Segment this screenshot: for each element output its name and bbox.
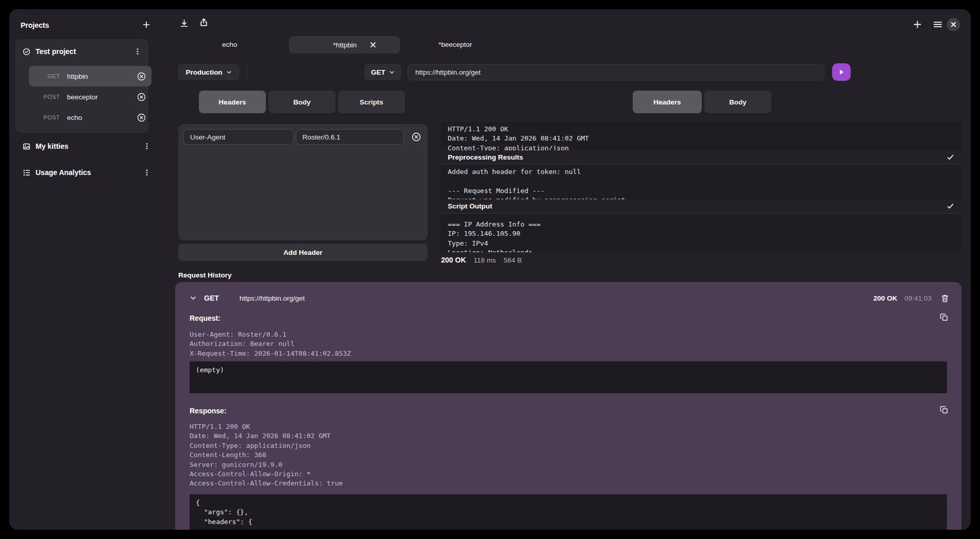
add-header-button[interactable]: Add Header (178, 244, 428, 261)
response-headers-text: HTTP/1.1 200 OK Date: Wed, 14 Jan 2026 0… (448, 125, 954, 150)
play-icon (838, 68, 845, 76)
header-key-input[interactable] (183, 129, 294, 145)
tab-httpbin[interactable]: *httpbin (289, 36, 400, 54)
chevron-down-icon[interactable] (190, 294, 197, 302)
image-icon (23, 143, 30, 150)
history-time: 09:41:03 (904, 294, 932, 302)
project-group: Test project GET httpbin POST beeceptor (15, 39, 148, 133)
history-response-headers: HTTP/1.1 200 OK Date: Wed, 14 Jan 2026 0… (190, 422, 343, 489)
tab-request-body[interactable]: Body (268, 91, 335, 113)
toolbar-divider (246, 64, 247, 80)
circle-x-icon[interactable] (137, 113, 146, 122)
tab-request-scripts[interactable]: Scripts (338, 91, 405, 113)
tab-request-headers[interactable]: Headers (199, 91, 266, 113)
header-value-input[interactable] (296, 129, 404, 145)
check-icon (947, 153, 954, 161)
close-circle-icon[interactable] (947, 18, 960, 31)
request-method-label: GET (38, 73, 60, 79)
history-response-body-box: { "args": {}, "headers": { (190, 494, 947, 530)
kebab-menu-icon[interactable] (143, 169, 150, 176)
trash-icon[interactable] (941, 294, 949, 303)
preprocessing-header[interactable]: Preprocessing Results (441, 150, 961, 164)
sidebar-item-httpbin[interactable]: GET httpbin (29, 66, 151, 86)
tab-label: *httpbin (333, 41, 357, 49)
request-name-label: httpbin (67, 73, 137, 80)
status-code: 200 OK (441, 256, 466, 264)
history-response-body: { "args": {}, "headers": { (196, 498, 941, 527)
circle-x-icon[interactable] (137, 72, 146, 81)
hamburger-icon[interactable] (933, 20, 942, 29)
response-headers-preview: HTTP/1.1 200 OK Date: Wed, 14 Jan 2026 0… (441, 123, 961, 150)
sidebar: Projects Test project GET httpbin (9, 9, 164, 530)
script-output-header[interactable]: Script Output (441, 199, 961, 213)
headers-editor (178, 124, 428, 240)
history-entry-row[interactable]: GET https://httpbin.org/get 200 OK 09:41… (190, 291, 949, 305)
request-method-label: POST (38, 114, 60, 120)
history-request-label: Request: (190, 314, 221, 322)
history-status: 200 OK (873, 294, 898, 302)
kebab-menu-icon[interactable] (143, 143, 150, 150)
new-tab-plus-icon[interactable] (913, 20, 922, 29)
script-output-text: === IP Address Info === IP: 195.146.105.… (448, 220, 954, 252)
share-icon[interactable] (199, 18, 208, 27)
sidebar-section-usage-analytics[interactable]: Usage Analytics (23, 166, 150, 179)
tab-beeceptor[interactable]: *beeceptor (438, 41, 472, 48)
response-status-bar: 200 OK 118 ms 564 B (441, 254, 750, 266)
chevron-down-icon (226, 69, 232, 75)
sidebar-item-echo[interactable]: POST echo (29, 107, 151, 128)
request-method-label: POST (38, 94, 60, 100)
project-group-header[interactable]: Test project (23, 45, 141, 58)
history-url: https://httpbin.org/get (240, 294, 873, 302)
method-dropdown[interactable]: GET (364, 64, 401, 80)
tab-response-headers[interactable]: Headers (633, 91, 702, 113)
x-icon[interactable] (370, 42, 376, 48)
list-icon (23, 169, 30, 177)
circle-x-icon[interactable] (412, 132, 421, 142)
script-output-title: Script Output (448, 202, 492, 210)
environment-dropdown[interactable]: Production (178, 64, 240, 80)
url-input[interactable] (408, 64, 824, 80)
copy-icon[interactable] (940, 406, 949, 414)
history-request-body: (empty) (196, 366, 941, 375)
preprocessing-title: Preprocessing Results (448, 153, 523, 161)
circle-x-icon[interactable] (137, 93, 146, 101)
status-size: 564 B (504, 256, 522, 264)
script-output-box: === IP Address Info === IP: 195.146.105.… (441, 213, 961, 252)
download-icon[interactable] (180, 19, 189, 28)
copy-icon[interactable] (940, 313, 949, 322)
history-response-label: Response: (190, 407, 227, 415)
status-duration: 118 ms (474, 256, 496, 264)
request-name-label: echo (67, 114, 137, 121)
projects-title: Projects (21, 21, 49, 29)
section-label: My kitties (36, 142, 138, 150)
request-name-label: beeceptor (67, 93, 137, 101)
kebab-menu-icon[interactable] (134, 48, 141, 55)
clock-check-icon (23, 48, 30, 56)
send-button[interactable] (832, 63, 851, 81)
history-entry-card: GET https://httpbin.org/get 200 OK 09:41… (175, 282, 961, 530)
preprocessing-output: Added auth header for token: null --- Re… (441, 164, 961, 199)
environment-label: Production (185, 68, 222, 76)
sidebar-section-my-kitties[interactable]: My kitties (23, 140, 150, 152)
history-method: GET (204, 294, 219, 302)
sidebar-item-beeceptor[interactable]: POST beeceptor (29, 86, 151, 107)
tab-echo[interactable]: echo (222, 41, 237, 48)
method-label: GET (371, 68, 385, 76)
chevron-down-icon (389, 69, 395, 75)
project-name: Test project (36, 47, 129, 56)
check-icon (947, 202, 954, 210)
section-label: Usage Analytics (36, 168, 138, 177)
history-request-body-box: (empty) (190, 361, 947, 393)
preprocessing-text: Added auth header for token: null --- Re… (448, 167, 954, 199)
history-title: Request History (178, 271, 232, 279)
tab-response-body[interactable]: Body (704, 91, 771, 113)
add-project-icon[interactable] (142, 21, 150, 29)
history-request-headers: User-Agent: Roster/0.6.1 Authorization: … (190, 330, 351, 358)
app-window: Projects Test project GET httpbin (9, 9, 971, 530)
